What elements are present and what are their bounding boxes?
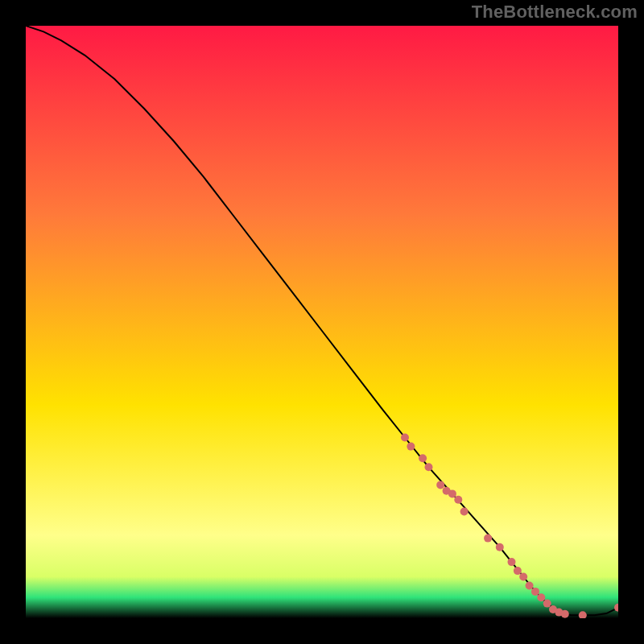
data-point [448, 489, 456, 497]
data-point [496, 543, 504, 551]
data-point [561, 610, 569, 618]
watermark-text: TheBottleneck.com [472, 2, 638, 23]
data-point [436, 481, 444, 489]
chart-svg [26, 26, 618, 618]
data-point [419, 454, 427, 462]
data-point [537, 593, 545, 601]
data-point [519, 573, 527, 581]
data-point [543, 600, 551, 608]
gradient-background [26, 26, 618, 618]
data-point [531, 588, 539, 596]
data-point [425, 463, 433, 471]
data-point [526, 582, 534, 590]
chart-root: TheBottleneck.com [0, 0, 644, 644]
plot-area [26, 26, 618, 618]
data-point [484, 535, 492, 543]
data-point [454, 496, 462, 504]
data-point [514, 567, 522, 575]
data-point [508, 558, 516, 566]
data-point [407, 443, 415, 451]
data-point [460, 508, 469, 516]
data-point [401, 434, 409, 442]
